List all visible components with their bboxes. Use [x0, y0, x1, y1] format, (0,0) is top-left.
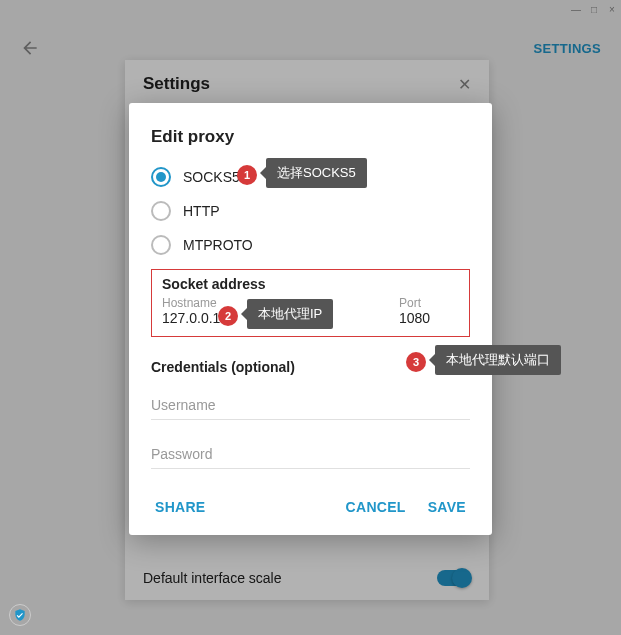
- callout-badge-3: 3: [406, 352, 426, 372]
- share-button[interactable]: SHARE: [151, 493, 210, 521]
- callout-tip-1: 选择SOCKS5: [266, 158, 367, 188]
- socket-address-title: Socket address: [162, 276, 459, 292]
- dialog-title: Edit proxy: [151, 127, 470, 147]
- radio-label: SOCKS5: [183, 169, 240, 185]
- callout-tip-2: 本地代理IP: [247, 299, 333, 329]
- port-label: Port: [399, 296, 459, 310]
- radio-http[interactable]: HTTP: [151, 201, 470, 221]
- port-value[interactable]: 1080: [399, 310, 459, 326]
- cancel-button[interactable]: CANCEL: [342, 493, 410, 521]
- save-button[interactable]: SAVE: [424, 493, 470, 521]
- callout-tip-3: 本地代理默认端口: [435, 345, 561, 375]
- password-input[interactable]: [151, 440, 470, 469]
- shield-icon[interactable]: [9, 604, 31, 626]
- radio-label: MTPROTO: [183, 237, 253, 253]
- callout-badge-1: 1: [237, 165, 257, 185]
- callout-badge-2: 2: [218, 306, 238, 326]
- username-input[interactable]: [151, 391, 470, 420]
- radio-icon: [151, 201, 171, 221]
- radio-icon: [151, 235, 171, 255]
- radio-icon: [151, 167, 171, 187]
- radio-mtproto[interactable]: MTPROTO: [151, 235, 470, 255]
- radio-label: HTTP: [183, 203, 220, 219]
